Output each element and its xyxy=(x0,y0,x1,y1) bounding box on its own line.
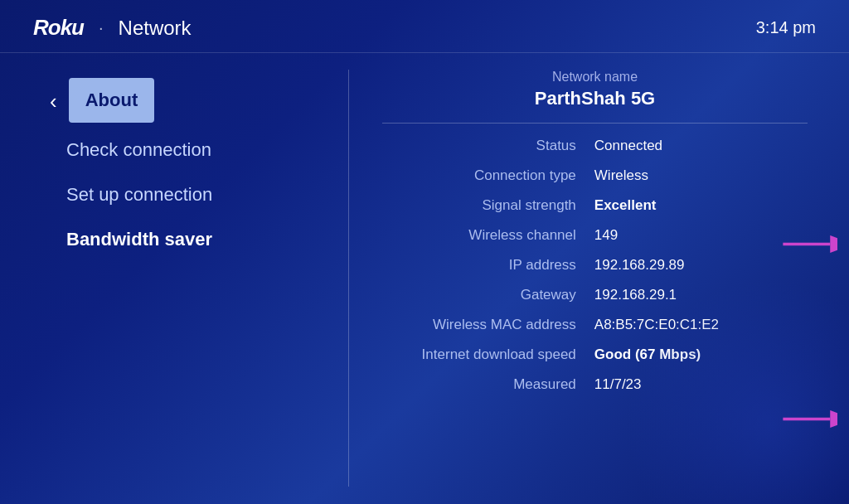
network-name-section: Network name ParthShah 5G xyxy=(382,70,808,124)
roku-logo: Roku xyxy=(33,15,84,41)
status-label: Status xyxy=(382,138,594,154)
connection-type-label: Connection type xyxy=(382,167,594,184)
page-title: Network xyxy=(119,17,192,40)
download-speed-value: Good (67 Mbps) xyxy=(594,346,808,363)
measured-value: 11/7/23 xyxy=(594,376,808,393)
header-dot: · xyxy=(99,18,104,37)
main-content: ‹ About Check connection Set up connecti… xyxy=(0,53,849,503)
back-button-row: ‹ About xyxy=(50,78,348,123)
table-row: Wireless channel 149 xyxy=(382,221,808,250)
clock: 3:14 pm xyxy=(756,18,816,37)
ip-address-value: 192.168.29.89 xyxy=(594,257,808,274)
mac-address-value: A8:B5:7C:E0:C1:E2 xyxy=(594,317,808,333)
ip-address-label: IP address xyxy=(382,257,594,274)
status-value: Connected xyxy=(594,138,808,154)
table-row: IP address 192.168.29.89 xyxy=(382,251,808,279)
sidebar-item-about[interactable]: About xyxy=(69,78,155,123)
gateway-label: Gateway xyxy=(382,287,594,303)
connection-type-value: Wireless xyxy=(594,167,808,184)
sidebar-item-set-up-connection[interactable]: Set up connection xyxy=(50,172,348,217)
table-row: Status Connected xyxy=(382,132,808,160)
back-button[interactable]: ‹ xyxy=(50,89,57,114)
table-row: Wireless MAC address A8:B5:7C:E0:C1:E2 xyxy=(382,311,808,339)
network-name-value: ParthShah 5G xyxy=(382,88,808,109)
signal-strength-value: Excellent xyxy=(594,197,808,214)
wireless-channel-value: 149 xyxy=(594,227,808,244)
wireless-channel-label: Wireless channel xyxy=(382,227,594,244)
table-row: Connection type Wireless xyxy=(382,162,808,190)
table-row: Measured 11/7/23 xyxy=(382,371,808,399)
gateway-value: 192.168.29.1 xyxy=(594,287,808,303)
header-left: Roku · Network xyxy=(33,15,192,41)
sidebar: ‹ About Check connection Set up connecti… xyxy=(0,53,348,503)
header: Roku · Network 3:14 pm xyxy=(0,0,849,53)
mac-address-label: Wireless MAC address xyxy=(382,317,594,333)
measured-label: Measured xyxy=(382,376,594,393)
table-row: Internet download speed Good (67 Mbps) xyxy=(382,341,808,369)
network-name-label: Network name xyxy=(382,70,808,85)
table-row: Gateway 192.168.29.1 xyxy=(382,281,808,309)
sidebar-item-bandwidth-saver[interactable]: Bandwidth saver xyxy=(50,217,348,262)
info-table: Status Connected Connection type Wireles… xyxy=(382,132,808,399)
download-speed-label: Internet download speed xyxy=(382,346,594,363)
right-panel: Network name ParthShah 5G Status Connect… xyxy=(349,53,849,503)
table-row: Signal strength Excellent xyxy=(382,191,808,220)
signal-strength-label: Signal strength xyxy=(382,197,594,214)
sidebar-item-check-connection[interactable]: Check connection xyxy=(50,128,348,172)
